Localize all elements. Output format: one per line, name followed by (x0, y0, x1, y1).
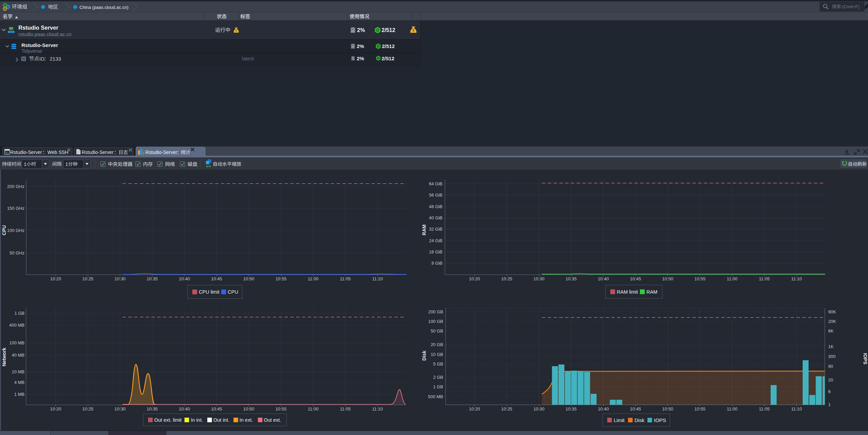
svg-text:CPU: CPU (228, 289, 238, 295)
svg-text:10:25: 10:25 (82, 276, 94, 281)
svg-text:6: 6 (828, 389, 831, 394)
svg-text:10:45: 10:45 (630, 276, 641, 281)
svg-text:11:05: 11:05 (340, 276, 351, 281)
svg-text:Rstudio-Server: Rstudio-Server (21, 42, 58, 48)
svg-text:(Cmd+F): (Cmd+F) (842, 4, 860, 9)
svg-text:300: 300 (828, 354, 836, 359)
svg-text:2%: 2% (357, 27, 365, 33)
svg-text:10:35: 10:35 (566, 276, 577, 281)
svg-text:11:10: 11:10 (791, 406, 802, 411)
svg-text:100 MB: 100 MB (9, 340, 25, 345)
svg-text:5 GB: 5 GB (433, 361, 443, 367)
svg-text:10:25: 10:25 (501, 276, 512, 281)
svg-text:10:25: 10:25 (82, 406, 94, 411)
svg-text:8 GiB: 8 GiB (431, 261, 443, 266)
svg-text:10:30: 10:30 (533, 406, 545, 411)
svg-text:10:40: 10:40 (598, 406, 609, 411)
svg-text:2/512: 2/512 (382, 27, 395, 33)
svg-text:11:10: 11:10 (372, 276, 383, 281)
svg-text:RAM: RAM (646, 289, 657, 295)
svg-text:16 GiB: 16 GiB (429, 249, 443, 254)
svg-text:56 GiB: 56 GiB (429, 192, 443, 198)
svg-text:10:55: 10:55 (275, 276, 287, 281)
svg-text:1 GB: 1 GB (433, 384, 443, 389)
svg-text:20K: 20K (828, 319, 836, 324)
svg-text:10:25: 10:25 (501, 406, 512, 411)
svg-text:10:55: 10:55 (275, 406, 287, 411)
svg-text:90K: 90K (828, 309, 836, 314)
svg-text:50 GB: 50 GB (431, 328, 443, 333)
svg-text:10:35: 10:35 (147, 276, 158, 281)
svg-text:40 MB: 40 MB (12, 353, 25, 358)
svg-text:Out ext.: Out ext. (264, 417, 281, 423)
svg-text:Tidyverse: Tidyverse (21, 48, 42, 54)
svg-text:90: 90 (828, 364, 833, 369)
svg-text:Rstudio-Server: Rstudio-Server (82, 150, 114, 155)
svg-text:11:05: 11:05 (759, 406, 770, 411)
svg-text:In ext.: In ext. (240, 417, 253, 423)
svg-text:10:30: 10:30 (114, 276, 126, 281)
svg-text:500 MB: 500 MB (428, 394, 443, 399)
svg-text:150 GHz: 150 GHz (7, 206, 25, 211)
svg-text:Limit: Limit (614, 417, 625, 423)
svg-text:2%: 2% (357, 56, 364, 61)
svg-text:rstudio.paas.cloud.ac.cn: rstudio.paas.cloud.ac.cn (18, 32, 71, 37)
svg-text:RAM: RAM (421, 224, 427, 235)
svg-text:Out ext. limit: Out ext. limit (154, 417, 182, 423)
svg-text:400 MB: 400 MB (9, 323, 25, 328)
svg-text:11:00: 11:00 (727, 276, 738, 281)
svg-text:CPU: CPU (1, 225, 7, 235)
svg-text:Rstudio-Server: Rstudio-Server (145, 150, 177, 155)
svg-text:Disk: Disk (421, 351, 427, 361)
svg-text:6K: 6K (828, 328, 834, 333)
svg-text:1: 1 (65, 161, 68, 167)
svg-text:10:30: 10:30 (533, 276, 545, 281)
svg-text:20: 20 (828, 377, 833, 383)
svg-text:1K: 1K (828, 344, 834, 349)
svg-text:latest: latest (242, 56, 254, 61)
svg-text:ID: ID (39, 56, 45, 62)
svg-text:10:50: 10:50 (243, 406, 255, 411)
svg-text:1 MB: 1 MB (14, 392, 25, 397)
svg-text:50 GHz: 50 GHz (10, 250, 25, 255)
svg-text:11:05: 11:05 (340, 406, 351, 411)
svg-text:2133: 2133 (50, 56, 61, 62)
svg-text:48 GiB: 48 GiB (429, 204, 443, 209)
svg-text:10:30: 10:30 (114, 406, 126, 411)
svg-text:10 GB: 10 GB (431, 352, 443, 357)
svg-text:2/512: 2/512 (382, 43, 395, 49)
svg-text:10:45: 10:45 (630, 406, 641, 411)
svg-text:100 GHz: 100 GHz (7, 228, 25, 233)
svg-text:Rstudio Server: Rstudio Server (18, 25, 59, 31)
svg-text:11:00: 11:00 (727, 406, 738, 411)
svg-text:$: $ (236, 29, 237, 32)
svg-text:2%: 2% (357, 43, 364, 49)
svg-text:10:40: 10:40 (179, 406, 190, 411)
svg-text:32 GiB: 32 GiB (429, 227, 443, 232)
svg-text:10:40: 10:40 (179, 276, 190, 281)
svg-text:2/512: 2/512 (382, 56, 395, 61)
svg-text:40 GiB: 40 GiB (429, 215, 443, 220)
svg-text:10:55: 10:55 (694, 276, 706, 281)
svg-text:10:20: 10:20 (469, 406, 480, 411)
svg-text:CPU limit: CPU limit (199, 289, 219, 295)
svg-text:200 GB: 200 GB (428, 309, 443, 314)
svg-text:10 MB: 10 MB (12, 369, 25, 374)
svg-text:64 GiB: 64 GiB (429, 181, 443, 186)
svg-text:10:20: 10:20 (469, 276, 480, 281)
svg-text:11:00: 11:00 (308, 276, 319, 281)
svg-text:11:10: 11:10 (372, 406, 383, 411)
svg-text:4 MB: 4 MB (14, 380, 25, 385)
svg-text:10:45: 10:45 (211, 406, 222, 411)
svg-text:100 GB: 100 GB (428, 319, 443, 324)
svg-text:11:10: 11:10 (791, 276, 802, 281)
svg-text:10:35: 10:35 (147, 406, 158, 411)
svg-text:IOPS: IOPS (654, 417, 666, 423)
svg-text:10:50: 10:50 (662, 406, 673, 411)
svg-text:10:45: 10:45 (211, 276, 222, 281)
svg-text:11:05: 11:05 (759, 276, 770, 281)
svg-text:10:20: 10:20 (50, 276, 61, 281)
svg-text:10:40: 10:40 (598, 276, 609, 281)
svg-text:1: 1 (24, 161, 27, 167)
svg-text:IOPS: IOPS (863, 353, 868, 364)
